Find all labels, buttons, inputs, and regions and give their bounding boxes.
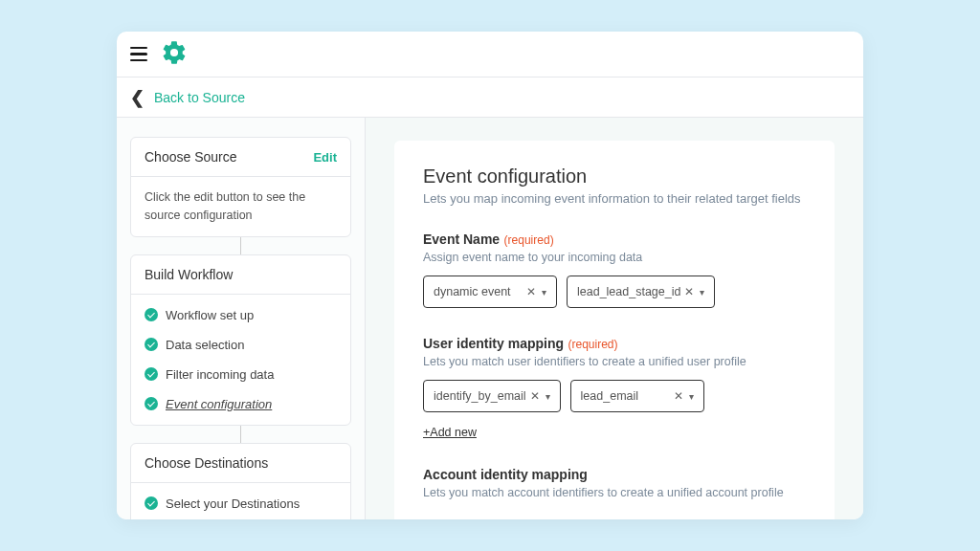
edit-source-button[interactable]: Edit bbox=[313, 150, 337, 165]
card-header: Build Workflow bbox=[131, 255, 350, 295]
chevron-down-icon[interactable]: ▾ bbox=[700, 287, 704, 298]
clear-icon[interactable]: ✕ bbox=[684, 285, 694, 298]
config-panel: Event configuration Lets you map incomin… bbox=[394, 141, 835, 519]
chevron-down-icon[interactable]: ▾ bbox=[542, 287, 546, 298]
section-heading: Account identity mapping bbox=[423, 466, 806, 483]
workflow-step-list: Workflow set up Data selection Filter in… bbox=[131, 295, 350, 425]
select-value: identify_by_email bbox=[434, 389, 526, 403]
gear-logo-icon[interactable] bbox=[161, 39, 188, 70]
section-label: Event Name bbox=[423, 231, 500, 247]
card-title: Build Workflow bbox=[145, 267, 233, 282]
select-value: dynamic event bbox=[434, 285, 511, 298]
build-workflow-card: Build Workflow Workflow set up Data sele… bbox=[130, 254, 351, 426]
select-row: dynamic event ✕▾ lead_lead_stage_id ✕▾ bbox=[423, 276, 806, 308]
workflow-step[interactable]: Filter incoming data bbox=[131, 360, 350, 389]
section-label: Account identity mapping bbox=[423, 467, 588, 482]
clear-icon[interactable]: ✕ bbox=[530, 389, 540, 403]
hamburger-menu-icon[interactable] bbox=[130, 47, 147, 62]
subheader: ❮ Back to Source bbox=[117, 77, 863, 118]
select-value: lead_lead_stage_id bbox=[577, 285, 680, 298]
sidebar: Choose Source Edit Click the edit button… bbox=[117, 118, 366, 519]
page-title: Event configuration bbox=[423, 165, 806, 187]
workflow-step-label: Event configuration bbox=[166, 397, 272, 411]
identity-type-select[interactable]: identify_by_email ✕▾ bbox=[423, 380, 561, 412]
app-window: ❮ Back to Source Choose Source Edit Clic… bbox=[117, 32, 863, 519]
section-description: Lets you match account identifiers to cr… bbox=[423, 486, 806, 499]
workflow-step[interactable]: Data selection bbox=[131, 330, 350, 360]
add-new-mapping-button[interactable]: +Add new bbox=[423, 426, 806, 439]
chevron-down-icon[interactable]: ▾ bbox=[546, 391, 550, 402]
event-name-section: Event Name (required) Assign event name … bbox=[423, 231, 806, 308]
identity-field-select[interactable]: lead_email ✕▾ bbox=[570, 380, 704, 412]
clear-icon[interactable]: ✕ bbox=[526, 285, 536, 298]
destination-step-list: Select your Destinations bbox=[131, 483, 350, 520]
workflow-step-label: Workflow set up bbox=[166, 308, 254, 322]
body: Choose Source Edit Click the edit button… bbox=[117, 118, 863, 519]
card-title: Choose Destinations bbox=[145, 455, 268, 471]
check-icon bbox=[145, 496, 158, 510]
check-icon bbox=[145, 367, 158, 381]
check-icon bbox=[145, 308, 158, 321]
check-icon bbox=[145, 338, 158, 351]
event-name-select[interactable]: dynamic event ✕▾ bbox=[423, 276, 557, 308]
workflow-step-label: Filter incoming data bbox=[166, 367, 274, 382]
card-title: Choose Source bbox=[145, 149, 237, 165]
connector-line bbox=[240, 237, 241, 254]
card-header: Choose Destinations bbox=[131, 444, 350, 483]
clear-icon[interactable]: ✕ bbox=[674, 389, 683, 403]
section-description: Lets you match user identifiers to creat… bbox=[423, 355, 806, 368]
user-identity-section: User identity mapping (required) Lets yo… bbox=[423, 335, 806, 439]
chevron-left-icon[interactable]: ❮ bbox=[130, 87, 145, 108]
page-subtitle: Lets you map incoming event information … bbox=[423, 191, 806, 206]
required-badge: (required) bbox=[504, 233, 554, 247]
account-identity-section: Account identity mapping Lets you match … bbox=[423, 466, 806, 499]
section-label: User identity mapping bbox=[423, 336, 564, 351]
check-icon bbox=[145, 397, 158, 410]
required-badge: (required) bbox=[568, 338, 617, 351]
topbar bbox=[117, 32, 863, 77]
choose-source-card: Choose Source Edit Click the edit button… bbox=[130, 137, 351, 237]
event-field-select[interactable]: lead_lead_stage_id ✕▾ bbox=[567, 276, 715, 308]
chevron-down-icon[interactable]: ▾ bbox=[689, 391, 694, 402]
workflow-step-active[interactable]: Event configuration bbox=[131, 389, 350, 419]
section-heading: User identity mapping (required) bbox=[423, 335, 806, 352]
card-header: Choose Source Edit bbox=[131, 138, 350, 177]
back-to-source-link[interactable]: Back to Source bbox=[154, 90, 245, 105]
select-value: lead_email bbox=[581, 389, 638, 403]
section-description: Assign event name to your incoming data bbox=[423, 251, 806, 264]
workflow-step[interactable]: Workflow set up bbox=[131, 300, 350, 330]
connector-line bbox=[240, 426, 241, 443]
card-description: Click the edit button to see the source … bbox=[131, 177, 350, 236]
destination-step[interactable]: Select your Destinations bbox=[131, 489, 350, 518]
section-heading: Event Name (required) bbox=[423, 231, 806, 248]
choose-destinations-card: Choose Destinations Select your Destinat… bbox=[130, 443, 351, 520]
destination-step-label: Select your Destinations bbox=[166, 496, 300, 511]
main-content: Event configuration Lets you map incomin… bbox=[366, 118, 863, 519]
workflow-step-label: Data selection bbox=[166, 338, 244, 352]
select-row: identify_by_email ✕▾ lead_email ✕▾ bbox=[423, 380, 806, 412]
